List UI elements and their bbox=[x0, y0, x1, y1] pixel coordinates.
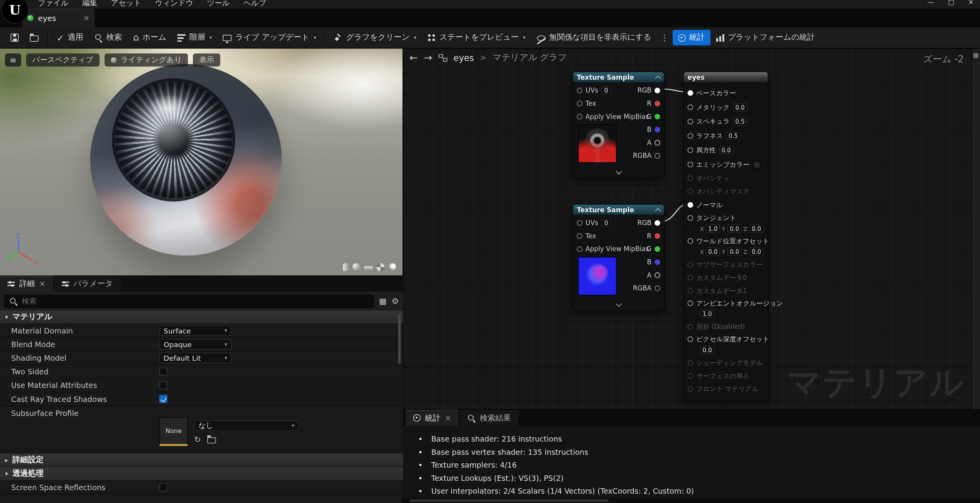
input-pin[interactable] bbox=[688, 288, 693, 293]
color-swatch[interactable] bbox=[753, 161, 760, 168]
node-header[interactable]: Texture Sample bbox=[573, 72, 664, 82]
asset-thumbnail[interactable]: None bbox=[159, 417, 188, 446]
input-pin[interactable] bbox=[688, 215, 693, 221]
maximize-icon[interactable]: □ bbox=[948, 0, 954, 6]
input-pin[interactable] bbox=[688, 162, 693, 167]
input-pin[interactable] bbox=[688, 202, 693, 208]
checkbox[interactable] bbox=[159, 483, 168, 491]
texture-sample-node-0[interactable]: Texture SampleUVs0TexApply View MipBiasR… bbox=[572, 72, 665, 178]
input-pin[interactable] bbox=[577, 114, 582, 119]
breadcrumb-root[interactable]: eyes bbox=[453, 53, 474, 63]
browse-button[interactable] bbox=[24, 31, 44, 44]
output-pin-r[interactable] bbox=[654, 100, 660, 106]
home-button[interactable]: ⌂ホーム bbox=[128, 30, 172, 45]
scrollbar-handle[interactable] bbox=[410, 500, 609, 502]
input-pin[interactable] bbox=[577, 246, 582, 251]
palette-tab-icon[interactable]: ▦ bbox=[973, 52, 979, 58]
stats-button[interactable]: 統計 bbox=[672, 30, 710, 45]
viewport-menu-button[interactable]: ≡ bbox=[5, 54, 21, 67]
stats-tab-1[interactable]: 検索結果 bbox=[460, 410, 518, 426]
node-expand-row[interactable] bbox=[573, 169, 664, 178]
output-pin-r[interactable] bbox=[654, 233, 660, 238]
preview-plane-icon[interactable] bbox=[364, 266, 373, 270]
close-icon[interactable]: × bbox=[445, 414, 451, 422]
input-pin[interactable] bbox=[688, 324, 693, 330]
output-pin-rgb[interactable] bbox=[654, 220, 660, 225]
input-pin[interactable] bbox=[577, 220, 582, 225]
menu-item-5[interactable]: ヘルプ bbox=[236, 0, 273, 9]
details-tab-1[interactable]: パラメータ bbox=[54, 276, 121, 292]
value-input[interactable]: 0.0 bbox=[719, 146, 733, 154]
menu-item-0[interactable]: ファイル bbox=[31, 0, 75, 9]
horizontal-scrollbar[interactable] bbox=[403, 498, 980, 503]
browse-to-asset-icon[interactable] bbox=[207, 437, 216, 444]
clean-graph-button[interactable]: グラフをクリーン▾ bbox=[329, 30, 422, 45]
input-pin[interactable] bbox=[688, 90, 693, 96]
value-input[interactable]: 0.0 bbox=[749, 248, 764, 256]
checkbox[interactable] bbox=[159, 368, 168, 376]
input-pin[interactable] bbox=[688, 275, 693, 280]
dropdown-select[interactable]: Opaque▾ bbox=[159, 339, 232, 349]
back-arrow-icon[interactable]: ← bbox=[410, 53, 418, 63]
tab-eyes[interactable]: eyes × bbox=[23, 9, 95, 27]
viewport-show-button[interactable]: 表示 bbox=[193, 54, 220, 67]
dropdown-select[interactable]: Default Lit▾ bbox=[159, 353, 232, 363]
value-input[interactable]: 0.0 bbox=[749, 225, 764, 233]
dropdown-select[interactable]: Surface▾ bbox=[159, 325, 232, 336]
texture-thumbnail-normal[interactable] bbox=[578, 257, 616, 295]
input-pin[interactable] bbox=[688, 189, 693, 194]
menu-item-2[interactable]: アセット bbox=[104, 0, 148, 9]
menu-item-1[interactable]: 編集 bbox=[75, 0, 104, 9]
value-input[interactable]: 0.0 bbox=[727, 225, 742, 233]
value-input[interactable]: 1.0 bbox=[700, 310, 714, 318]
value-input[interactable]: 1.0 bbox=[706, 225, 720, 233]
input-pin[interactable] bbox=[688, 238, 693, 244]
output-pin-rgb[interactable] bbox=[654, 87, 660, 93]
viewport-perspective-button[interactable]: パースペクティブ bbox=[26, 54, 100, 67]
output-pin-a[interactable] bbox=[654, 272, 660, 278]
input-pin[interactable] bbox=[577, 233, 582, 238]
input-pin[interactable] bbox=[688, 147, 693, 153]
details-scrollbar[interactable] bbox=[398, 314, 401, 364]
minimize-icon[interactable]: — bbox=[928, 0, 934, 6]
stats-tab-0[interactable]: 統計× bbox=[406, 410, 458, 426]
forward-arrow-icon[interactable]: → bbox=[424, 53, 432, 63]
input-pin[interactable] bbox=[688, 386, 693, 392]
input-pin[interactable] bbox=[688, 175, 693, 181]
output-pin-b[interactable] bbox=[654, 127, 660, 132]
menu-item-3[interactable]: ウィンドウ bbox=[148, 0, 200, 9]
apply-button[interactable]: ✓適用 bbox=[51, 30, 89, 45]
output-pin-rgba[interactable] bbox=[654, 153, 660, 158]
toolbar-overflow-icon[interactable]: ⋮ bbox=[657, 30, 672, 45]
close-icon[interactable]: × bbox=[968, 0, 974, 6]
preview-state-button[interactable]: ステートをプレビュー▾ bbox=[422, 30, 531, 45]
value-input[interactable]: 0 bbox=[601, 218, 611, 227]
close-icon[interactable]: × bbox=[39, 280, 46, 287]
input-pin[interactable] bbox=[688, 119, 693, 124]
input-pin[interactable] bbox=[688, 300, 693, 306]
node-header[interactable]: Texture Sample bbox=[573, 204, 664, 215]
category-header-1[interactable]: ▸詳細設定 bbox=[0, 453, 403, 467]
save-button[interactable] bbox=[5, 31, 24, 44]
value-input[interactable]: 0.0 bbox=[706, 248, 720, 256]
collapse-icon[interactable] bbox=[655, 208, 661, 214]
material-result-node[interactable]: eyes ベースカラーメタリック0.0スペキュラ0.5ラフネス0.5異方性0.0… bbox=[683, 72, 768, 401]
collapse-icon[interactable] bbox=[655, 75, 661, 82]
preview-checker-sphere-icon[interactable] bbox=[376, 263, 385, 271]
node-expand-row[interactable] bbox=[573, 302, 664, 310]
category-header-0[interactable]: ▾マテリアル bbox=[0, 310, 403, 324]
output-pin-rgba[interactable] bbox=[654, 285, 660, 291]
details-tab-0[interactable]: 詳細× bbox=[0, 276, 53, 292]
value-input[interactable]: 0.5 bbox=[733, 117, 747, 126]
category-header-2[interactable]: ▾透過処理 bbox=[0, 467, 403, 481]
input-pin[interactable] bbox=[688, 373, 693, 379]
checkbox[interactable] bbox=[159, 381, 168, 389]
texture-sample-node-1[interactable]: Texture SampleUVs0TexApply View MipBiasR… bbox=[572, 204, 665, 311]
output-pin-g[interactable] bbox=[654, 246, 660, 251]
menu-item-4[interactable]: ツール bbox=[200, 0, 237, 9]
material-graph[interactable]: ← → eyes > マテリアル グラフ ズーム -2 マテリアル Textur… bbox=[403, 49, 980, 409]
hierarchy-button[interactable]: 階層▾ bbox=[172, 30, 217, 45]
settings-gear-icon[interactable]: ⚙ bbox=[392, 297, 399, 305]
preview-mesh-icon[interactable] bbox=[388, 263, 396, 271]
value-input[interactable]: 0.5 bbox=[726, 132, 740, 140]
